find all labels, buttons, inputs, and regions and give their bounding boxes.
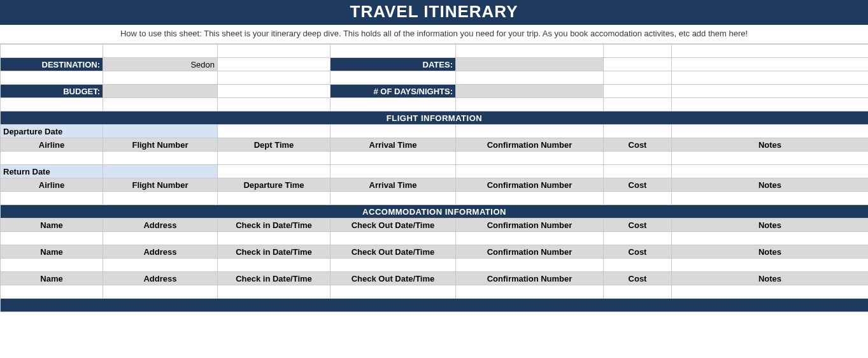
col-notes: Notes xyxy=(672,138,869,152)
col-cost: Cost xyxy=(604,178,672,192)
ret-airline-input[interactable] xyxy=(1,192,103,205)
col-notes: Notes xyxy=(672,218,869,232)
dep-depttime-input[interactable] xyxy=(218,152,331,165)
blank-cell[interactable] xyxy=(218,85,331,98)
ret-arrival-input[interactable] xyxy=(331,192,456,205)
col-name: Name xyxy=(1,272,103,285)
ret-cost-input[interactable] xyxy=(604,192,672,205)
accom2-cost-input[interactable] xyxy=(604,259,672,272)
col-cost: Cost xyxy=(604,218,672,232)
col-airline: Airline xyxy=(1,178,103,192)
col-checkout: Check Out Date/Time xyxy=(331,245,456,259)
accom3-cost-input[interactable] xyxy=(604,285,672,299)
page-title: TRAVEL ITINERARY xyxy=(0,0,868,25)
accom3-name-input[interactable] xyxy=(1,285,103,299)
col-confirmation: Confirmation Number xyxy=(456,218,604,232)
dep-flightno-input[interactable] xyxy=(103,152,218,165)
destination-label: DESTINATION: xyxy=(1,58,103,71)
accom3-address-input[interactable] xyxy=(103,285,218,299)
col-checkin: Check in Date/Time xyxy=(218,245,331,259)
blank-cell[interactable] xyxy=(672,85,869,98)
col-dept-time: Departure Time xyxy=(218,178,331,192)
accom1-address-input[interactable] xyxy=(103,232,218,245)
destination-input[interactable]: Sedon xyxy=(103,58,218,71)
dep-arrival-input[interactable] xyxy=(331,152,456,165)
instructions-text: How to use this sheet: This sheet is you… xyxy=(0,25,868,44)
accom1-confirmation-input[interactable] xyxy=(456,232,604,245)
accom3-notes-input[interactable] xyxy=(672,285,869,299)
accom1-notes-input[interactable] xyxy=(672,232,869,245)
col-confirmation: Confirmation Number xyxy=(456,245,604,259)
return-date-input[interactable] xyxy=(103,165,218,178)
col-confirmation: Confirmation Number xyxy=(456,138,604,152)
accom1-checkin-input[interactable] xyxy=(218,232,331,245)
dep-confirmation-input[interactable] xyxy=(456,152,604,165)
col-arrival-time: Arrival Time xyxy=(331,178,456,192)
blank-cell[interactable] xyxy=(218,58,331,71)
col-address: Address xyxy=(103,218,218,232)
blank-cell[interactable] xyxy=(672,58,869,71)
col-arrival-time: Arrival Time xyxy=(331,138,456,152)
ret-depttime-input[interactable] xyxy=(218,192,331,205)
col-dept-time: Dept Time xyxy=(218,138,331,152)
dates-input[interactable] xyxy=(456,58,604,71)
col-notes: Notes xyxy=(672,272,869,285)
ret-confirmation-input[interactable] xyxy=(456,192,604,205)
blank-cell[interactable] xyxy=(604,85,672,98)
accom2-notes-input[interactable] xyxy=(672,259,869,272)
ret-notes-input[interactable] xyxy=(672,192,869,205)
col-notes: Notes xyxy=(672,178,869,192)
return-date-label: Return Date xyxy=(1,165,103,178)
col-checkin: Check in Date/Time xyxy=(218,272,331,285)
accom1-checkout-input[interactable] xyxy=(331,232,456,245)
budget-input[interactable] xyxy=(103,85,218,98)
dep-airline-input[interactable] xyxy=(1,152,103,165)
col-cost: Cost xyxy=(604,272,672,285)
ret-flightno-input[interactable] xyxy=(103,192,218,205)
accom1-name-input[interactable] xyxy=(1,232,103,245)
accom3-checkin-input[interactable] xyxy=(218,285,331,299)
accom2-name-input[interactable] xyxy=(1,259,103,272)
accommodation-section-header: ACCOMMODATION INFORMATION xyxy=(1,205,869,218)
bottom-bar xyxy=(1,299,869,312)
days-label: # OF DAYS/NIGHTS: xyxy=(331,85,456,98)
col-checkin: Check in Date/Time xyxy=(218,218,331,232)
col-flight-number: Flight Number xyxy=(103,178,218,192)
accom3-confirmation-input[interactable] xyxy=(456,285,604,299)
departure-date-input[interactable] xyxy=(103,125,218,138)
accom2-address-input[interactable] xyxy=(103,259,218,272)
budget-label: BUDGET: xyxy=(1,85,103,98)
col-confirmation: Confirmation Number xyxy=(456,272,604,285)
itinerary-table: DESTINATION: Sedon DATES: BUDGET: # OF D… xyxy=(0,44,868,312)
accom2-checkin-input[interactable] xyxy=(218,259,331,272)
departure-date-label: Departure Date xyxy=(1,125,103,138)
col-name: Name xyxy=(1,245,103,259)
col-notes: Notes xyxy=(672,245,869,259)
accom1-cost-input[interactable] xyxy=(604,232,672,245)
col-address: Address xyxy=(103,245,218,259)
accom2-checkout-input[interactable] xyxy=(331,259,456,272)
col-checkout: Check Out Date/Time xyxy=(331,218,456,232)
days-input[interactable] xyxy=(456,85,604,98)
dep-cost-input[interactable] xyxy=(604,152,672,165)
dates-label: DATES: xyxy=(331,58,456,71)
col-cost: Cost xyxy=(604,245,672,259)
col-airline: Airline xyxy=(1,138,103,152)
accom3-checkout-input[interactable] xyxy=(331,285,456,299)
col-cost: Cost xyxy=(604,138,672,152)
col-confirmation: Confirmation Number xyxy=(456,178,604,192)
dep-notes-input[interactable] xyxy=(672,152,869,165)
col-checkout: Check Out Date/Time xyxy=(331,272,456,285)
col-name: Name xyxy=(1,218,103,232)
col-address: Address xyxy=(103,272,218,285)
flight-section-header: FLIGHT INFORMATION xyxy=(1,111,869,125)
col-flight-number: Flight Number xyxy=(103,138,218,152)
blank-cell[interactable] xyxy=(604,58,672,71)
accom2-confirmation-input[interactable] xyxy=(456,259,604,272)
